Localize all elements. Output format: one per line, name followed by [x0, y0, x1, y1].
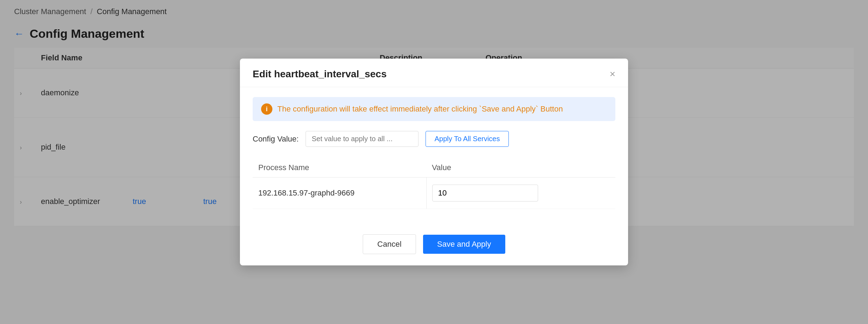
apply-all-button[interactable]: Apply To All Services	[426, 131, 508, 147]
modal-footer: Cancel Save and Apply	[240, 230, 628, 265]
save-apply-button[interactable]: Save and Apply	[423, 235, 505, 254]
config-value-row: Config Value: Apply To All Services	[253, 131, 615, 147]
modal-close-button[interactable]: ×	[610, 69, 615, 79]
modal-body: i The configuration will take effect imm…	[240, 87, 628, 230]
edit-modal: Edit heartbeat_interval_secs × i The con…	[240, 59, 628, 265]
cancel-button[interactable]: Cancel	[363, 234, 416, 254]
config-value-input[interactable]	[306, 131, 418, 147]
info-text: The configuration will take effect immed…	[277, 104, 563, 114]
info-banner: i The configuration will take effect imm…	[253, 97, 615, 121]
value-cell	[426, 178, 615, 209]
table-header-row: Process Name Value	[253, 158, 615, 178]
modal-header: Edit heartbeat_interval_secs ×	[240, 59, 628, 87]
process-name-cell: 192.168.15.97-graphd-9669	[253, 178, 426, 209]
config-value-label: Config Value:	[253, 134, 299, 144]
table-row: 192.168.15.97-graphd-9669	[253, 178, 615, 209]
process-table: Process Name Value 192.168.15.97-graphd-…	[253, 158, 615, 209]
col-process-header: Process Name	[253, 158, 426, 178]
col-value-header: Value	[426, 158, 615, 178]
info-icon: i	[261, 103, 272, 115]
modal-title: Edit heartbeat_interval_secs	[253, 68, 387, 80]
value-input[interactable]	[432, 185, 538, 202]
modal-overlay: Edit heartbeat_interval_secs × i The con…	[0, 0, 868, 324]
